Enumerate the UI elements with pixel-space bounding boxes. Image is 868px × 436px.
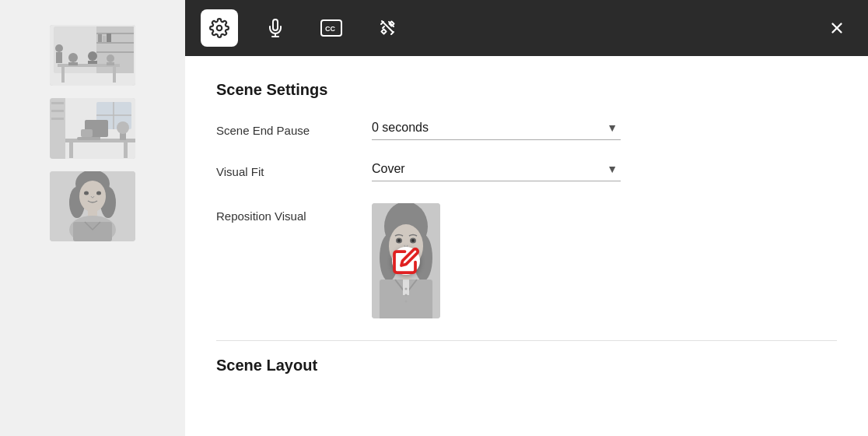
sidebar xyxy=(0,0,185,436)
svg-rect-16 xyxy=(88,61,97,64)
svg-point-38 xyxy=(117,121,129,134)
sidebar-thumbnail-3[interactable] xyxy=(50,171,135,241)
svg-text:CC: CC xyxy=(325,25,335,33)
reposition-image-preview[interactable] xyxy=(372,203,440,318)
svg-point-46 xyxy=(96,192,101,195)
svg-point-15 xyxy=(88,51,97,61)
svg-point-45 xyxy=(84,192,89,195)
scene-layout-title: Scene Layout xyxy=(216,357,837,374)
svg-rect-12 xyxy=(113,67,116,83)
svg-point-19 xyxy=(55,44,63,52)
svg-rect-28 xyxy=(51,110,64,112)
svg-rect-18 xyxy=(107,62,114,65)
svg-point-74 xyxy=(405,288,408,290)
svg-point-17 xyxy=(107,54,114,62)
reposition-visual-row: Reposition Visual xyxy=(216,203,837,318)
svg-rect-4 xyxy=(96,33,134,34)
visual-fit-label: Visual Fit xyxy=(216,165,372,178)
svg-rect-36 xyxy=(81,129,93,137)
svg-line-59 xyxy=(383,26,384,28)
svg-rect-14 xyxy=(68,62,78,65)
visual-fit-control[interactable]: Cover ▼ xyxy=(372,162,621,181)
svg-rect-35 xyxy=(77,137,96,140)
svg-point-44 xyxy=(79,181,106,212)
microphone-button[interactable] xyxy=(257,9,294,47)
svg-rect-9 xyxy=(107,33,111,42)
captions-button[interactable]: CC xyxy=(313,9,350,47)
chevron-down-icon-2: ▼ xyxy=(607,163,618,175)
svg-rect-29 xyxy=(51,118,64,120)
svg-rect-26 xyxy=(50,98,65,159)
scene-end-pause-value: 0 seconds xyxy=(372,121,429,135)
svg-rect-27 xyxy=(51,102,64,104)
svg-rect-8 xyxy=(103,36,106,42)
svg-point-70 xyxy=(411,239,415,242)
svg-rect-49 xyxy=(73,222,112,241)
visual-fit-display[interactable]: Cover ▼ xyxy=(372,162,621,176)
svg-point-13 xyxy=(68,53,78,62)
section-divider xyxy=(216,340,837,341)
svg-rect-31 xyxy=(69,142,73,158)
svg-rect-11 xyxy=(61,67,65,83)
close-button[interactable] xyxy=(821,12,852,44)
reposition-visual-label: Reposition Visual xyxy=(216,203,372,223)
scene-end-pause-control[interactable]: 0 seconds ▼ xyxy=(372,121,621,140)
svg-rect-32 xyxy=(124,142,128,158)
svg-rect-5 xyxy=(96,42,134,44)
scene-end-pause-label: Scene End Pause xyxy=(216,124,372,137)
scene-end-pause-select[interactable]: 0 seconds ▼ xyxy=(372,121,621,140)
main-panel: CC Scene Settings xyxy=(185,0,868,436)
scene-end-pause-display[interactable]: 0 seconds ▼ xyxy=(372,121,621,135)
svg-point-69 xyxy=(397,239,401,242)
svg-rect-73 xyxy=(403,280,409,295)
content-area: Scene Settings Scene End Pause 0 seconds… xyxy=(185,56,868,436)
scene-end-pause-row: Scene End Pause 0 seconds ▼ xyxy=(216,121,837,140)
chevron-down-icon: ▼ xyxy=(607,121,618,134)
sidebar-thumbnail-2[interactable] xyxy=(50,98,135,159)
toolbar: CC xyxy=(185,0,868,56)
svg-point-50 xyxy=(217,26,222,31)
magic-tools-button[interactable] xyxy=(369,9,406,47)
settings-button[interactable] xyxy=(201,9,238,47)
visual-fit-value: Cover xyxy=(372,162,405,176)
scene-settings-title: Scene Settings xyxy=(216,81,837,99)
svg-rect-6 xyxy=(96,51,134,53)
visual-fit-row: Visual Fit Cover ▼ xyxy=(216,162,837,181)
svg-rect-20 xyxy=(56,52,62,63)
sidebar-thumbnail-1[interactable] xyxy=(50,25,135,86)
edit-overlay[interactable] xyxy=(392,247,420,275)
visual-fit-select[interactable]: Cover ▼ xyxy=(372,162,621,181)
svg-line-56 xyxy=(381,22,383,24)
svg-point-75 xyxy=(405,294,408,297)
svg-point-76 xyxy=(405,301,408,303)
svg-line-57 xyxy=(391,32,394,34)
svg-rect-7 xyxy=(98,34,102,42)
